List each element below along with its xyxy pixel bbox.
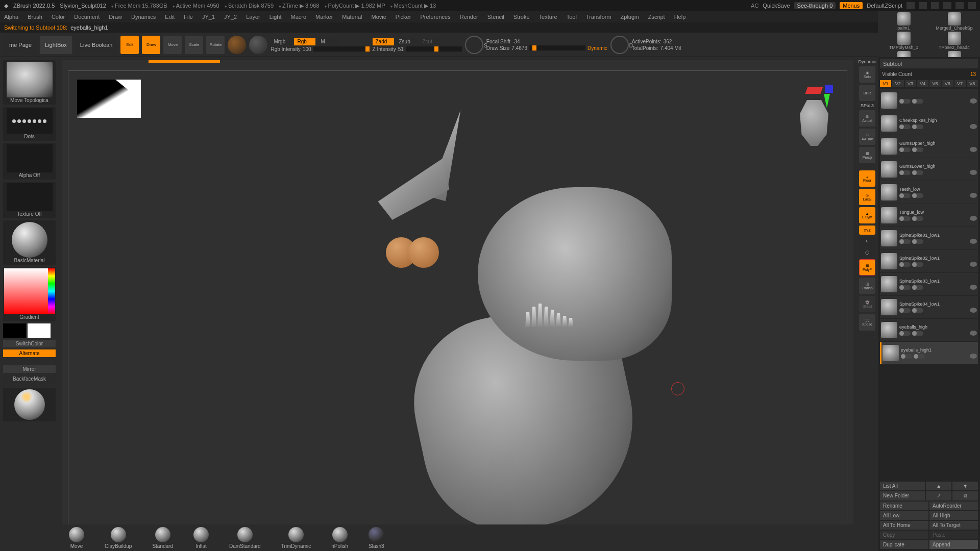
subtool-toggle[interactable] xyxy=(912,239,923,244)
color-picker[interactable]: Gradient xyxy=(3,267,56,321)
view-tab-v7[interactable]: V7 xyxy=(954,80,966,87)
subtool-item[interactable]: SpineSpike01_low1 xyxy=(880,227,978,249)
draw-gauge-icon[interactable]: D xyxy=(610,36,629,54)
brush-selector[interactable]: Move Topologica xyxy=(3,60,56,105)
move-mode-button[interactable]: Move xyxy=(163,36,182,54)
z-intensity-slider[interactable] xyxy=(406,46,462,52)
hue-strip[interactable] xyxy=(48,268,55,314)
visibility-eye-icon[interactable] xyxy=(970,193,977,198)
ghost-button[interactable]: 👻Ghost xyxy=(859,296,875,312)
visibility-eye-icon[interactable] xyxy=(970,216,977,221)
subtool-toggle[interactable] xyxy=(899,193,911,198)
seethrough-slider[interactable]: See-through 0 xyxy=(794,2,836,9)
spix-label[interactable]: SPix 3 xyxy=(861,103,874,108)
subtool-item[interactable]: SpineSpike04_low1 xyxy=(880,296,978,318)
paste-button[interactable]: Paste xyxy=(929,531,978,539)
alltotarget-button[interactable]: All To Target xyxy=(929,521,978,530)
visibility-eye-icon[interactable] xyxy=(970,239,977,244)
menu-marker[interactable]: Marker xyxy=(315,14,333,20)
menu-render[interactable]: Render xyxy=(460,14,478,20)
lsym-button[interactable]: ▲L.Sym xyxy=(859,207,875,223)
subtool-toggle[interactable] xyxy=(912,262,923,267)
focal-gauge-icon[interactable]: S xyxy=(465,36,483,54)
subtool-item[interactable] xyxy=(880,89,978,112)
subtool-item[interactable]: SpineSpike03_low1 xyxy=(880,273,978,295)
visibility-eye-icon[interactable] xyxy=(970,124,977,129)
quicksave-button[interactable]: QuickSave xyxy=(763,3,790,9)
view-tab-v6[interactable]: V6 xyxy=(942,80,953,87)
xpose-button[interactable]: ⛶Xpose xyxy=(859,314,875,331)
subtool-item[interactable]: Cheekspikes_high xyxy=(880,112,978,135)
zsub-button[interactable]: Zsub xyxy=(396,38,418,45)
defaultzscript-button[interactable]: DefaultZScript xyxy=(867,3,902,9)
subtool-item[interactable]: SpineSpike02_low1 xyxy=(880,250,978,272)
alpha-selector[interactable]: Alpha Off xyxy=(3,143,56,180)
tool-thumb[interactable]: TMPolyMsh_1 xyxy=(879,32,928,50)
gradient-label[interactable]: Gradient xyxy=(19,314,39,320)
copy-button[interactable]: Copy xyxy=(880,531,928,539)
subtool-toggle[interactable] xyxy=(912,124,923,129)
subtool-toggle[interactable] xyxy=(912,170,923,175)
subtool-header[interactable]: Subtool xyxy=(880,59,978,68)
color-picker-gradient[interactable] xyxy=(4,268,55,314)
menu-light[interactable]: Light xyxy=(270,14,282,20)
view-tab-v3[interactable]: V3 xyxy=(905,80,916,87)
tool-thumb[interactable]: palm1 xyxy=(879,12,928,31)
subtool-toggle[interactable] xyxy=(912,193,923,198)
subtool-item[interactable]: GumsUpper_high xyxy=(880,135,978,158)
menu-transform[interactable]: Transform xyxy=(586,14,611,20)
subtool-toggle[interactable] xyxy=(899,124,911,129)
bpr-button[interactable]: BPR xyxy=(859,85,875,101)
persp-button[interactable]: ▦Persp xyxy=(859,147,875,163)
subtool-list[interactable]: Cheekspikes_high GumsUpper_high GumsLowe… xyxy=(880,89,978,364)
menu-preferences[interactable]: Preferences xyxy=(420,14,450,20)
visibility-eye-icon[interactable] xyxy=(970,98,977,104)
visibility-eye-icon[interactable] xyxy=(970,262,977,267)
movedown-button[interactable]: ▼ xyxy=(952,482,978,490)
zcut-button[interactable]: Zcut xyxy=(420,38,441,45)
texture-selector[interactable]: Texture Off xyxy=(3,182,56,218)
timeline-marker[interactable] xyxy=(149,60,220,63)
menu-document[interactable]: Document xyxy=(74,14,100,20)
close-icon[interactable] xyxy=(968,2,976,9)
mirror-button[interactable]: Mirror xyxy=(3,365,56,373)
autoreorder-button[interactable]: AutoReorder xyxy=(929,502,978,510)
shelf-brush-move[interactable]: Move xyxy=(69,527,84,549)
subtool-toggle[interactable] xyxy=(912,216,923,221)
visibility-eye-icon[interactable] xyxy=(970,331,977,336)
menu-dynamics[interactable]: Dynamics xyxy=(131,14,156,20)
subtool-toggle[interactable] xyxy=(901,354,912,359)
arrow-button[interactable]: ↗ xyxy=(926,491,951,500)
viewport[interactable] xyxy=(62,60,853,548)
menu-stroke[interactable]: Stroke xyxy=(513,14,530,20)
local-button[interactable]: ◎Local xyxy=(859,189,875,205)
newfolder-button[interactable]: New Folder xyxy=(880,491,925,500)
solo-button[interactable]: ◉Solo xyxy=(859,66,875,83)
m-button[interactable]: M xyxy=(317,38,339,45)
menu-macro[interactable]: Macro xyxy=(291,14,307,20)
shelf-brush-hpolish[interactable]: hPolish xyxy=(331,527,348,549)
subtool-toggle[interactable] xyxy=(899,308,911,313)
alllow-button[interactable]: All Low xyxy=(880,511,928,520)
actual-button[interactable]: ⊞Actual xyxy=(859,110,875,127)
menu-draw[interactable]: Draw xyxy=(109,14,122,20)
secondary-material[interactable] xyxy=(3,388,56,421)
visibility-eye-icon[interactable] xyxy=(970,308,977,313)
shelf-brush-inflat[interactable]: Inflat xyxy=(193,527,209,549)
view-tab-v5[interactable]: V5 xyxy=(929,80,941,87)
subtool-toggle[interactable] xyxy=(899,170,911,175)
ac-label[interactable]: AC xyxy=(751,3,758,9)
dynamic-label[interactable]: Dynamic xyxy=(587,45,607,51)
tool-thumb[interactable]: TPose2_head4 xyxy=(929,32,979,50)
subtool-toggle[interactable] xyxy=(899,331,911,336)
visibility-eye-icon[interactable] xyxy=(970,354,977,359)
menu-zscript[interactable]: Zscript xyxy=(648,14,665,20)
edit-mode-button[interactable]: Edit xyxy=(120,36,139,54)
view-tab-v2[interactable]: V2 xyxy=(892,80,903,87)
shelf-brush-damstandard[interactable]: DamStandard xyxy=(229,527,261,549)
aahalf-button[interactable]: ⊡AAHalf xyxy=(859,129,875,145)
menu-alpha[interactable]: Alpha xyxy=(4,14,18,20)
menu-material[interactable]: Material xyxy=(342,14,362,20)
mrgb-button[interactable]: Mrgb xyxy=(271,38,292,45)
subtool-item[interactable]: Teeth_low xyxy=(880,181,978,204)
